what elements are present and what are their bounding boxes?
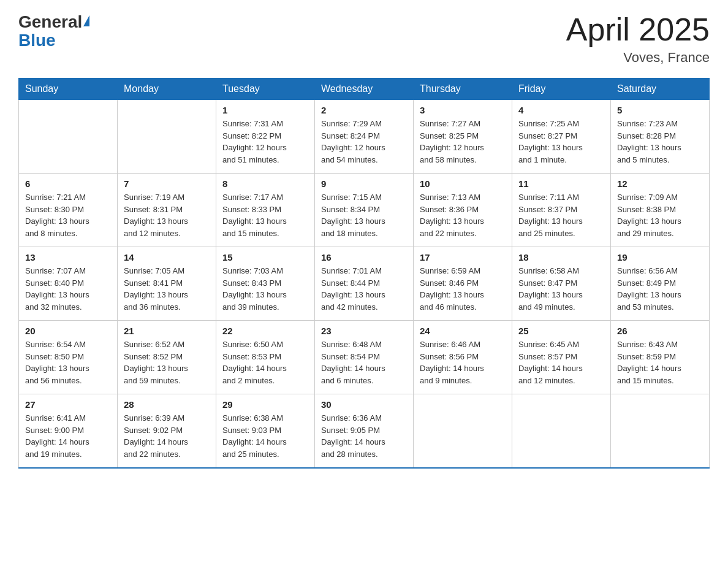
- calendar-cell: [118, 100, 216, 174]
- page-header: General Blue April 2025 Voves, France: [18, 12, 710, 66]
- day-number: 11: [518, 178, 604, 189]
- day-info: Sunrise: 7:09 AMSunset: 8:38 PMDaylight:…: [617, 191, 703, 239]
- day-number: 1: [222, 105, 308, 115]
- calendar-cell: 18Sunrise: 6:58 AMSunset: 8:47 PMDayligh…: [512, 247, 611, 321]
- day-info: Sunrise: 6:36 AMSunset: 9:05 PMDaylight:…: [321, 412, 407, 460]
- calendar-cell: 24Sunrise: 6:46 AMSunset: 8:56 PMDayligh…: [414, 321, 512, 394]
- day-number: 10: [420, 178, 506, 189]
- day-number: 15: [222, 252, 308, 262]
- day-info: Sunrise: 7:17 AMSunset: 8:33 PMDaylight:…: [222, 191, 308, 239]
- day-number: 5: [617, 105, 703, 115]
- day-info: Sunrise: 6:45 AMSunset: 8:57 PMDaylight:…: [518, 339, 604, 386]
- day-number: 28: [124, 399, 210, 410]
- day-number: 16: [321, 252, 407, 262]
- day-number: 12: [617, 178, 703, 189]
- calendar-cell: 6Sunrise: 7:21 AMSunset: 8:30 PMDaylight…: [19, 174, 118, 247]
- day-number: 8: [222, 178, 308, 189]
- day-of-week-sunday: Sunday: [19, 79, 118, 100]
- calendar-cell: 28Sunrise: 6:39 AMSunset: 9:02 PMDayligh…: [118, 394, 216, 469]
- day-number: 4: [518, 105, 604, 115]
- day-info: Sunrise: 7:01 AMSunset: 8:44 PMDaylight:…: [321, 265, 407, 313]
- calendar-cell: [19, 100, 118, 174]
- day-of-week-monday: Monday: [118, 79, 216, 100]
- day-of-week-tuesday: Tuesday: [216, 79, 315, 100]
- day-number: 9: [321, 178, 407, 189]
- calendar-cell: 11Sunrise: 7:11 AMSunset: 8:37 PMDayligh…: [512, 174, 611, 247]
- day-info: Sunrise: 7:07 AMSunset: 8:40 PMDaylight:…: [25, 265, 111, 313]
- day-info: Sunrise: 6:50 AMSunset: 8:53 PMDaylight:…: [222, 339, 308, 386]
- calendar-cell: 3Sunrise: 7:27 AMSunset: 8:25 PMDaylight…: [414, 100, 512, 174]
- day-info: Sunrise: 6:43 AMSunset: 8:59 PMDaylight:…: [617, 339, 703, 386]
- day-of-week-wednesday: Wednesday: [315, 79, 414, 100]
- calendar-cell: 5Sunrise: 7:23 AMSunset: 8:28 PMDaylight…: [611, 100, 710, 174]
- day-number: 18: [518, 252, 604, 262]
- calendar-title: April 2025: [566, 12, 710, 47]
- day-info: Sunrise: 7:03 AMSunset: 8:43 PMDaylight:…: [222, 265, 308, 313]
- calendar-cell: 27Sunrise: 6:41 AMSunset: 9:00 PMDayligh…: [19, 394, 118, 469]
- day-number: 3: [420, 105, 506, 115]
- calendar-subtitle: Voves, France: [566, 50, 710, 66]
- day-number: 27: [25, 399, 111, 410]
- day-number: 26: [617, 326, 703, 336]
- calendar-cell: 9Sunrise: 7:15 AMSunset: 8:34 PMDaylight…: [315, 174, 414, 247]
- calendar-cell: 25Sunrise: 6:45 AMSunset: 8:57 PMDayligh…: [512, 321, 611, 394]
- logo-general-text: General: [18, 12, 82, 32]
- day-number: 6: [25, 178, 111, 189]
- calendar-cell: 29Sunrise: 6:38 AMSunset: 9:03 PMDayligh…: [216, 394, 315, 469]
- day-info: Sunrise: 7:21 AMSunset: 8:30 PMDaylight:…: [25, 191, 111, 239]
- day-of-week-saturday: Saturday: [611, 79, 710, 100]
- day-info: Sunrise: 6:48 AMSunset: 8:54 PMDaylight:…: [321, 339, 407, 386]
- calendar-cell: 10Sunrise: 7:13 AMSunset: 8:36 PMDayligh…: [414, 174, 512, 247]
- calendar-cell: [512, 394, 611, 469]
- day-info: Sunrise: 6:41 AMSunset: 9:00 PMDaylight:…: [25, 412, 111, 460]
- day-info: Sunrise: 7:11 AMSunset: 8:37 PMDaylight:…: [518, 191, 604, 239]
- logo-triangle-icon: [83, 15, 89, 26]
- day-number: 21: [124, 326, 210, 336]
- day-info: Sunrise: 7:27 AMSunset: 8:25 PMDaylight:…: [420, 118, 506, 166]
- day-info: Sunrise: 7:23 AMSunset: 8:28 PMDaylight:…: [617, 118, 703, 166]
- calendar-cell: 21Sunrise: 6:52 AMSunset: 8:52 PMDayligh…: [118, 321, 216, 394]
- calendar-cell: 19Sunrise: 6:56 AMSunset: 8:49 PMDayligh…: [611, 247, 710, 321]
- day-number: 20: [25, 326, 111, 336]
- day-info: Sunrise: 6:46 AMSunset: 8:56 PMDaylight:…: [420, 339, 506, 386]
- calendar-week-row: 13Sunrise: 7:07 AMSunset: 8:40 PMDayligh…: [19, 247, 710, 321]
- day-info: Sunrise: 7:15 AMSunset: 8:34 PMDaylight:…: [321, 191, 407, 239]
- day-number: 29: [222, 399, 308, 410]
- calendar-week-row: 6Sunrise: 7:21 AMSunset: 8:30 PMDaylight…: [19, 174, 710, 247]
- calendar-cell: 20Sunrise: 6:54 AMSunset: 8:50 PMDayligh…: [19, 321, 118, 394]
- day-number: 17: [420, 252, 506, 262]
- day-of-week-friday: Friday: [512, 79, 611, 100]
- day-info: Sunrise: 7:19 AMSunset: 8:31 PMDaylight:…: [124, 191, 210, 239]
- day-info: Sunrise: 7:05 AMSunset: 8:41 PMDaylight:…: [124, 265, 210, 313]
- calendar-cell: 1Sunrise: 7:31 AMSunset: 8:22 PMDaylight…: [216, 100, 315, 174]
- day-info: Sunrise: 7:29 AMSunset: 8:24 PMDaylight:…: [321, 118, 407, 166]
- calendar-cell: [414, 394, 512, 469]
- day-number: 2: [321, 105, 407, 115]
- calendar-cell: 8Sunrise: 7:17 AMSunset: 8:33 PMDaylight…: [216, 174, 315, 247]
- day-number: 19: [617, 252, 703, 262]
- day-of-week-thursday: Thursday: [414, 79, 512, 100]
- calendar-cell: 16Sunrise: 7:01 AMSunset: 8:44 PMDayligh…: [315, 247, 414, 321]
- day-number: 7: [124, 178, 210, 189]
- day-info: Sunrise: 6:39 AMSunset: 9:02 PMDaylight:…: [124, 412, 210, 460]
- calendar-cell: 17Sunrise: 6:59 AMSunset: 8:46 PMDayligh…: [414, 247, 512, 321]
- title-block: April 2025 Voves, France: [566, 12, 710, 66]
- calendar-week-row: 27Sunrise: 6:41 AMSunset: 9:00 PMDayligh…: [19, 394, 710, 469]
- day-number: 24: [420, 326, 506, 336]
- calendar-cell: 13Sunrise: 7:07 AMSunset: 8:40 PMDayligh…: [19, 247, 118, 321]
- calendar-cell: 14Sunrise: 7:05 AMSunset: 8:41 PMDayligh…: [118, 247, 216, 321]
- logo: General Blue: [18, 12, 89, 49]
- calendar-cell: 23Sunrise: 6:48 AMSunset: 8:54 PMDayligh…: [315, 321, 414, 394]
- day-info: Sunrise: 7:13 AMSunset: 8:36 PMDaylight:…: [420, 191, 506, 239]
- day-info: Sunrise: 6:59 AMSunset: 8:46 PMDaylight:…: [420, 265, 506, 313]
- calendar-table: SundayMondayTuesdayWednesdayThursdayFrid…: [18, 78, 710, 469]
- day-number: 23: [321, 326, 407, 336]
- day-info: Sunrise: 6:56 AMSunset: 8:49 PMDaylight:…: [617, 265, 703, 313]
- day-info: Sunrise: 6:54 AMSunset: 8:50 PMDaylight:…: [25, 339, 111, 386]
- day-info: Sunrise: 7:25 AMSunset: 8:27 PMDaylight:…: [518, 118, 604, 166]
- day-number: 13: [25, 252, 111, 262]
- calendar-week-row: 1Sunrise: 7:31 AMSunset: 8:22 PMDaylight…: [19, 100, 710, 174]
- calendar-cell: 26Sunrise: 6:43 AMSunset: 8:59 PMDayligh…: [611, 321, 710, 394]
- calendar-cell: 7Sunrise: 7:19 AMSunset: 8:31 PMDaylight…: [118, 174, 216, 247]
- calendar-cell: 4Sunrise: 7:25 AMSunset: 8:27 PMDaylight…: [512, 100, 611, 174]
